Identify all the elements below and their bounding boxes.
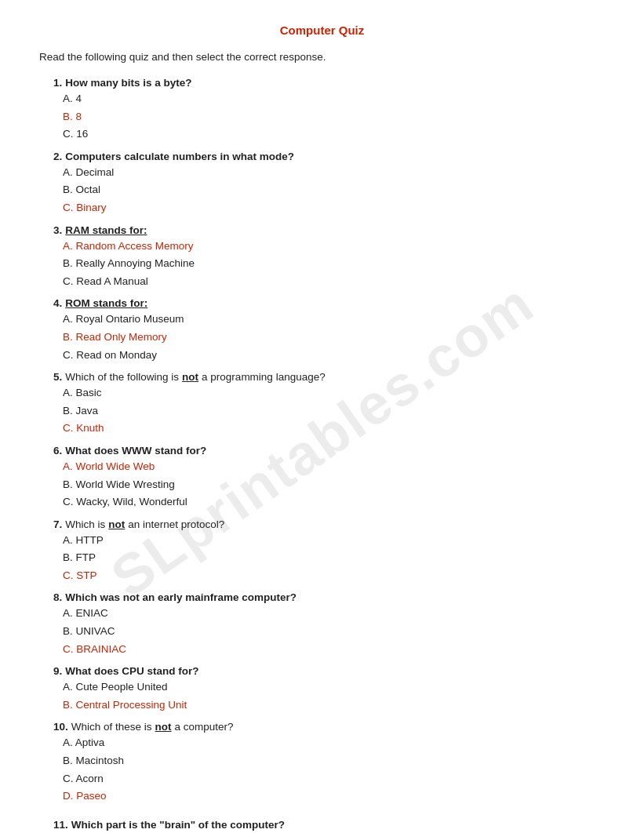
question-8-answer-3: C. BRAINIAC — [63, 641, 605, 658]
question-9-answer-1: A. Cute People United — [63, 678, 605, 696]
question-5-answer-3: C. Knuth — [63, 420, 605, 437]
question-1-text: 1. How many bits is a byte? — [53, 77, 605, 89]
question-10-after: a computer? — [175, 721, 234, 733]
question-10: 10. Which of these is not a computer?A. … — [39, 721, 605, 804]
page-title: Computer Quiz — [39, 24, 605, 37]
question-7-not: not — [108, 518, 125, 530]
question-7-text: 7. Which is not an internet protocol? — [53, 518, 605, 530]
question-1-answer-3: C. 16 — [63, 125, 605, 143]
question-1-answer-2: B. 8 — [63, 108, 605, 125]
question-2-num: 2. — [53, 151, 62, 162]
question-4-answer-2: B. Read Only Memory — [63, 329, 605, 346]
question-3-label: RAM stands for: — [65, 224, 147, 236]
question-10-text: 10. Which of these is not a computer? — [53, 721, 605, 733]
question-8-answer-1: A. ENIAC — [63, 605, 605, 622]
question-5-text: 5. Which of the following is not a progr… — [53, 371, 605, 383]
question-10-answer-2: B. Macintosh — [63, 752, 605, 769]
question-3: 3. RAM stands for:A. Random Access Memor… — [39, 224, 605, 290]
question-10-answer-3: C. Acorn — [63, 770, 605, 788]
question-9-label: What does CPU stand for? — [65, 665, 198, 677]
question-7-after: an internet protocol? — [128, 518, 224, 530]
question-4-answer-3: C. Read on Monday — [63, 347, 605, 364]
instructions: Read the following quiz and then select … — [39, 51, 605, 63]
question-10-answer-4: D. Paseo — [63, 788, 605, 805]
question-1-num: 1. — [53, 77, 62, 89]
question-8-answer-2: B. UNIVAC — [63, 623, 605, 640]
question-8-label: Which was not an early mainframe compute… — [65, 591, 297, 603]
question-3-num: 3. — [53, 224, 62, 236]
question-7-num: 7. — [53, 518, 62, 530]
question-6-answer-2: B. World Wide Wresting — [63, 476, 605, 493]
question-2: 2. Computers calculate numbers in what m… — [39, 151, 605, 216]
quiz-container: 1. How many bits is a byte?A. 4B. 8C. 16… — [39, 77, 605, 833]
question-6: 6. What does WWW stand for?A. World Wide… — [39, 445, 605, 511]
question-1-answer-1: A. 4 — [63, 90, 605, 107]
question-1-label: How many bits is a byte? — [65, 77, 191, 89]
question-4-label: ROM stands for: — [65, 297, 147, 309]
question-11: 11. Which part is the "brain" of the com… — [39, 819, 605, 833]
question-6-answer-3: C. Wacky, Wild, Wonderful — [63, 493, 605, 511]
question-8-num: 8. — [53, 591, 62, 603]
question-9: 9. What does CPU stand for?A. Cute Peopl… — [39, 665, 605, 713]
question-11-text: 11. Which part is the "brain" of the com… — [53, 819, 605, 831]
question-11-num: 11. — [53, 819, 68, 831]
question-5-answer-1: A. Basic — [63, 384, 605, 402]
question-10-not: not — [155, 721, 172, 733]
question-3-answer-1: A. Random Access Memory — [63, 238, 605, 255]
question-4-num: 4. — [53, 297, 62, 309]
question-6-text: 6. What does WWW stand for? — [53, 445, 605, 457]
question-1: 1. How many bits is a byte?A. 4B. 8C. 16 — [39, 77, 605, 143]
question-7-answer-3: C. STP — [63, 567, 605, 584]
question-5-num: 5. — [53, 371, 62, 383]
question-7-before: Which is — [65, 518, 105, 530]
question-2-label: Computers calculate numbers in what mode… — [65, 151, 294, 162]
question-7: 7. Which is not an internet protocol?A. … — [39, 518, 605, 584]
question-7-answer-1: A. HTTP — [63, 532, 605, 549]
question-8: 8. Which was not an early mainframe comp… — [39, 591, 605, 657]
question-6-label: What does WWW stand for? — [65, 445, 206, 457]
question-5-after: a programming language? — [202, 371, 326, 383]
question-11-label: Which part is the "brain" of the compute… — [71, 819, 285, 831]
question-8-text: 8. Which was not an early mainframe comp… — [53, 591, 605, 603]
question-2-answer-1: A. Decimal — [63, 164, 605, 181]
question-7-answer-2: B. FTP — [63, 549, 605, 566]
question-2-answer-3: C. Binary — [63, 199, 605, 216]
question-5-not: not — [182, 371, 198, 383]
question-10-before: Which of these is — [71, 721, 152, 733]
question-3-answer-3: C. Read A Manual — [63, 273, 605, 290]
question-10-num: 10. — [53, 721, 68, 733]
question-9-text: 9. What does CPU stand for? — [53, 665, 605, 677]
question-5-before: Which of the following is — [65, 371, 179, 383]
question-4-text: 4. ROM stands for: — [53, 297, 605, 309]
question-5-answer-2: B. Java — [63, 402, 605, 420]
question-3-answer-2: B. Really Annoying Machine — [63, 255, 605, 272]
question-9-num: 9. — [53, 665, 62, 677]
question-4: 4. ROM stands for:A. Royal Ontario Museu… — [39, 297, 605, 363]
question-2-text: 2. Computers calculate numbers in what m… — [53, 151, 605, 162]
question-4-answer-1: A. Royal Ontario Museum — [63, 311, 605, 328]
question-9-answer-2: B. Central Processing Unit — [63, 697, 605, 714]
question-6-num: 6. — [53, 445, 62, 457]
question-6-answer-1: A. World Wide Web — [63, 458, 605, 475]
question-3-text: 3. RAM stands for: — [53, 224, 605, 236]
question-5: 5. Which of the following is not a progr… — [39, 371, 605, 437]
question-2-answer-2: B. Octal — [63, 181, 605, 198]
question-10-answer-1: A. Aptiva — [63, 734, 605, 751]
